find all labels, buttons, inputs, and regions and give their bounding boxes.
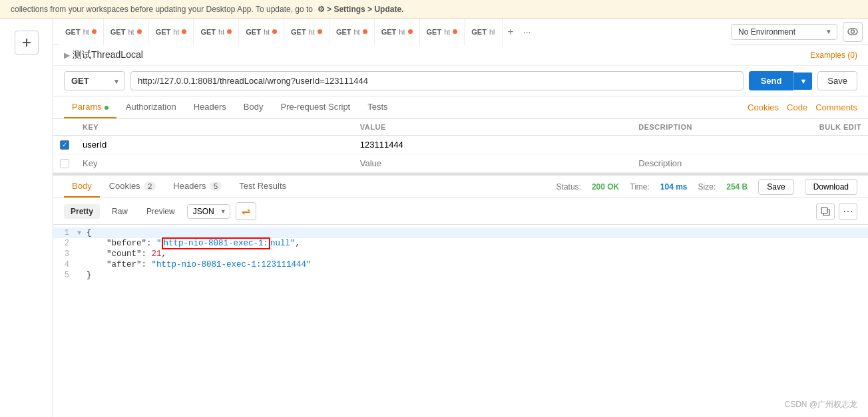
tab-pre-request[interactable]: Pre-request Script	[272, 96, 358, 118]
extra-action-button[interactable]: ⋯	[839, 203, 857, 220]
tab-params[interactable]: Params	[64, 96, 116, 118]
tab-5[interactable]: GETht	[239, 19, 284, 45]
eye-icon	[847, 28, 858, 35]
json-format-select[interactable]: JSON XML HTML Text	[187, 204, 230, 219]
line-num-3: 3	[53, 249, 77, 259]
tab-url: hl	[489, 28, 495, 36]
tab-method: GET	[291, 28, 306, 36]
th-description: DESCRIPTION	[632, 119, 813, 136]
tab-7[interactable]: GETht	[329, 19, 375, 45]
th-key: KEY	[76, 119, 353, 136]
params-table-container: KEY VALUE DESCRIPTION Bulk Edit	[53, 119, 868, 173]
tab-dot	[182, 29, 186, 34]
response-body-toolbar: Pretty Raw Preview JSON XML HTML Text ▼ …	[53, 198, 868, 225]
pretty-button[interactable]: Pretty	[64, 204, 100, 219]
tab-dot	[408, 29, 413, 34]
param-empty-key[interactable]	[83, 158, 347, 168]
request-tabs-row: GETht GETht GETht GETht GETht GETht GETh…	[59, 19, 731, 45]
examples-link[interactable]: Examples (0)	[810, 51, 857, 60]
tab-1[interactable]: GETht	[59, 19, 104, 45]
expand-arrow-icon[interactable]: ▶	[64, 51, 70, 60]
environment-eye-button[interactable]	[843, 22, 863, 42]
line-num-1: 1	[53, 228, 77, 237]
tab-2[interactable]: GETht	[104, 19, 149, 45]
wrap-button[interactable]: ⇌	[236, 202, 256, 220]
param-1-description[interactable]	[638, 140, 806, 150]
tab-dot	[272, 29, 277, 34]
tab-url: ht	[399, 28, 405, 36]
param-1-key[interactable]	[83, 140, 347, 150]
collapse-arrow-icon[interactable]: ▼	[77, 228, 87, 237]
tab-authorization[interactable]: Authorization	[118, 96, 184, 118]
code-line-4: 4 "after": "http-nio-8081-exec-1:1231114…	[53, 259, 868, 270]
copy-icon	[821, 207, 830, 216]
tab-tests[interactable]: Tests	[359, 96, 395, 118]
tab-headers[interactable]: Headers	[186, 96, 234, 118]
url-input[interactable]	[130, 71, 744, 90]
method-select[interactable]: GET POST PUT DELETE	[64, 71, 125, 90]
tab-method: GET	[246, 28, 261, 36]
raw-button[interactable]: Raw	[105, 204, 134, 219]
environment-selector-wrapper: No Environment ▼	[731, 24, 837, 40]
resp-tab-headers[interactable]: Headers 5	[165, 176, 230, 198]
line-content-2: "before": "http-nio-8081-exec-1:null",	[87, 239, 868, 248]
param-empty-value[interactable]	[360, 158, 625, 168]
params-dot	[105, 106, 108, 110]
tab-method: GET	[200, 28, 216, 36]
param-1-checkbox[interactable]	[60, 140, 69, 150]
banner-text: collections from your workspaces before …	[11, 5, 403, 14]
request-title-bar: ▶ 测试ThreadLocal Examples (0)	[53, 45, 868, 66]
size-value: 254 B	[726, 182, 748, 192]
tab-9[interactable]: GETht	[420, 19, 465, 45]
param-1-value[interactable]	[360, 140, 625, 150]
line-content-4: "after": "http-nio-8081-exec-1:123111444…	[87, 260, 868, 269]
tab-body[interactable]: Body	[236, 96, 272, 118]
time-value: 104 ms	[660, 182, 688, 192]
tab-method: GET	[381, 28, 397, 36]
sidebar	[0, 19, 53, 417]
bulk-edit-button[interactable]: Bulk Edit	[819, 123, 861, 131]
tab-6[interactable]: GETht	[284, 19, 329, 45]
tab-3[interactable]: GETht	[149, 19, 194, 45]
footer-watermark: CSDN @广州权志龙	[784, 399, 857, 410]
tab-4[interactable]: GETht	[194, 19, 239, 45]
plus-icon	[21, 37, 32, 48]
send-button-group: Send ▼	[749, 71, 813, 90]
main-content: GETht GETht GETht GETht GETht GETht GETh…	[53, 19, 868, 417]
preview-button[interactable]: Preview	[140, 204, 182, 219]
tab-dot	[363, 29, 367, 34]
tab-8[interactable]: GETht	[375, 19, 420, 45]
response-download-button[interactable]: Download	[805, 179, 857, 195]
response-save-button[interactable]: Save	[758, 179, 793, 195]
send-button[interactable]: Send	[749, 71, 794, 90]
code-line-3: 3 "count": 21,	[53, 249, 868, 259]
new-tab-sidebar-button[interactable]	[15, 31, 39, 55]
add-tab-button[interactable]: +	[503, 19, 519, 45]
cookies-link[interactable]: Cookies	[748, 102, 779, 112]
tab-url: ht	[83, 28, 89, 36]
tab-method: GET	[427, 28, 442, 36]
line-num-2: 2	[53, 239, 77, 248]
param-row-1	[53, 136, 868, 154]
svg-point-2	[848, 29, 857, 35]
th-check	[53, 119, 76, 136]
resp-tab-test-results[interactable]: Test Results	[231, 176, 294, 198]
comments-link[interactable]: Comments	[815, 102, 857, 112]
line-content-1: {	[87, 228, 868, 237]
param-empty-description[interactable]	[638, 158, 806, 168]
tab-10[interactable]: GEThl	[465, 19, 502, 45]
more-tabs-button[interactable]: ···	[519, 19, 535, 45]
copy-button[interactable]	[816, 203, 835, 220]
request-title: ▶ 测试ThreadLocal	[64, 49, 143, 61]
send-dropdown-button[interactable]: ▼	[793, 72, 812, 90]
response-status-bar: Status: 200 OK Time: 104 ms Size: 254 B …	[556, 179, 857, 195]
tab-url: ht	[218, 28, 224, 36]
environment-select[interactable]: No Environment	[731, 24, 837, 40]
time-label: Time:	[630, 182, 650, 192]
code-link[interactable]: Code	[787, 102, 807, 112]
param-empty-checkbox[interactable]	[60, 159, 69, 168]
save-button[interactable]: Save	[817, 71, 857, 90]
response-tabs-bar: Body Cookies 2 Headers 5 Test Results St…	[53, 176, 868, 198]
resp-tab-cookies[interactable]: Cookies 2	[101, 176, 164, 198]
resp-tab-body[interactable]: Body	[64, 176, 100, 198]
